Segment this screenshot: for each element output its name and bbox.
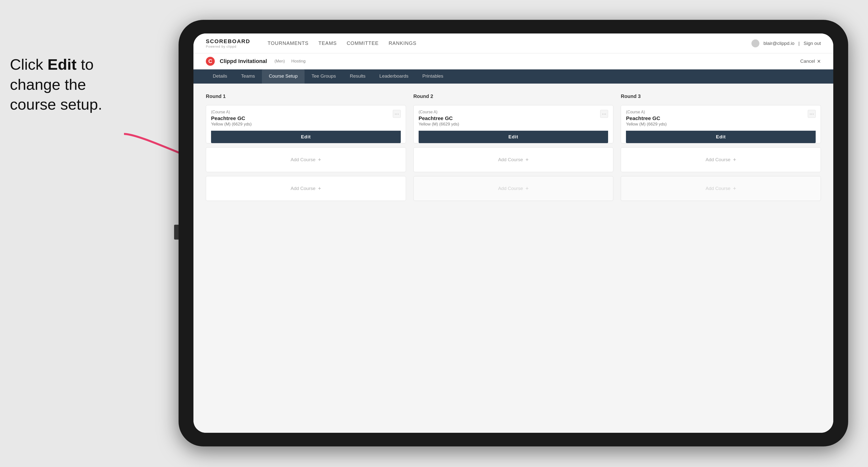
tablet-side-button (174, 225, 179, 240)
plus-icon-6: + (733, 185, 736, 192)
plus-icon-3: + (526, 156, 529, 163)
instruction-block: Click Edit tochange thecourse setup. (0, 44, 144, 125)
round-2-card-header: (Course A) Peachtree GC Yellow (M) (6629… (418, 110, 608, 127)
round-3-course-label: (Course A) (626, 110, 666, 114)
round-1-add-course-2[interactable]: Add Course + (206, 176, 406, 201)
main-content: Round 1 (Course A) Peachtree GC Yellow (… (193, 84, 833, 433)
round-2-course-label: (Course A) (418, 110, 459, 114)
round-2-header: Round 2 (413, 93, 614, 99)
round-1-course-details: Yellow (M) (6629 yds) (211, 122, 252, 127)
tablet-screen: SCOREBOARD Powered by clippd TOURNAMENTS… (193, 33, 833, 433)
round-1-add-course-1[interactable]: Add Course + (206, 147, 406, 172)
delete-icon-2: ⋯ (602, 111, 607, 117)
round-3-course-card: (Course A) Peachtree GC Yellow (M) (6629… (621, 105, 821, 143)
round-1-course-card: (Course A) Peachtree GC Yellow (M) (6629… (206, 105, 406, 143)
delete-icon: ⋯ (395, 111, 399, 117)
round-2-edit-button[interactable]: Edit (418, 131, 608, 143)
logo-area: SCOREBOARD Powered by clippd (206, 38, 250, 49)
round-2-add-course-text-2: Add Course + (498, 185, 528, 192)
round-1-course-info: (Course A) Peachtree GC Yellow (M) (6629… (211, 110, 252, 127)
sign-out-link[interactable]: Sign out (804, 41, 821, 46)
round-2-course-details: Yellow (M) (6629 yds) (418, 122, 459, 127)
round-2-course-card: (Course A) Peachtree GC Yellow (M) (6629… (413, 105, 614, 143)
user-email: blair@clippd.io (763, 41, 794, 46)
round-2-course-info: (Course A) Peachtree GC Yellow (M) (6629… (418, 110, 459, 127)
tournament-status: Hosting (291, 59, 306, 64)
plus-icon-2: + (318, 185, 321, 192)
round-3-course-info: (Course A) Peachtree GC Yellow (M) (6629… (626, 110, 666, 127)
tournament-gender: (Men) (275, 59, 285, 63)
round-1-column: Round 1 (Course A) Peachtree GC Yellow (… (206, 93, 406, 201)
round-3-add-course-1[interactable]: Add Course + (621, 147, 821, 172)
round-3-delete-button[interactable]: ⋯ (808, 110, 816, 118)
nav-separator: | (798, 41, 800, 46)
round-3-column: Round 3 (Course A) Peachtree GC Yellow (… (621, 93, 821, 201)
round-2-delete-button[interactable]: ⋯ (600, 110, 608, 118)
nav-committee[interactable]: COMMITTEE (347, 40, 379, 46)
nav-user-area: blair@clippd.io | Sign out (751, 39, 821, 48)
round-2-column: Round 2 (Course A) Peachtree GC Yellow (… (413, 93, 614, 201)
plus-icon-1: + (318, 156, 321, 163)
tournament-logo: C (206, 57, 215, 66)
round-3-header: Round 3 (621, 93, 821, 99)
round-3-card-header: (Course A) Peachtree GC Yellow (M) (6629… (626, 110, 816, 127)
delete-icon-3: ⋯ (809, 111, 814, 117)
nav-links: TOURNAMENTS TEAMS COMMITTEE RANKINGS (268, 40, 739, 46)
round-3-course-details: Yellow (M) (6629 yds) (626, 122, 666, 127)
cancel-label: Cancel (800, 59, 815, 64)
tab-leaderboards[interactable]: Leaderboards (372, 69, 415, 84)
tab-teams[interactable]: Teams (234, 69, 262, 84)
plus-icon-4: + (526, 185, 529, 192)
round-2-add-course-1[interactable]: Add Course + (413, 147, 614, 172)
round-3-course-name: Peachtree GC (626, 115, 666, 121)
instruction-bold: Edit (48, 56, 76, 73)
round-1-delete-button[interactable]: ⋯ (393, 110, 401, 118)
round-2-add-course-2: Add Course + (413, 176, 614, 201)
round-3-add-course-text-1: Add Course + (706, 156, 736, 163)
round-3-add-course-text-2: Add Course + (706, 185, 736, 192)
tab-printables[interactable]: Printables (415, 69, 451, 84)
nav-teams[interactable]: TEAMS (318, 40, 337, 46)
round-2-course-name: Peachtree GC (418, 115, 459, 121)
tournament-header: C Clippd Invitational (Men) Hosting Canc… (193, 53, 833, 69)
round-1-header: Round 1 (206, 93, 406, 99)
round-2-add-course-text-1: Add Course + (498, 156, 528, 163)
round-1-add-course-text-2: Add Course + (291, 185, 321, 192)
tab-bar: Details Teams Course Setup Tee Groups Re… (193, 69, 833, 84)
cancel-icon: ✕ (817, 59, 821, 64)
round-1-course-name: Peachtree GC (211, 115, 252, 121)
instruction-text: Click Edit tochange thecourse setup. (10, 56, 102, 113)
round-3-edit-button[interactable]: Edit (626, 131, 816, 143)
user-avatar (751, 39, 760, 48)
tab-details[interactable]: Details (206, 69, 234, 84)
nav-rankings[interactable]: RANKINGS (389, 40, 416, 46)
round-1-course-label: (Course A) (211, 110, 252, 114)
logo-text: SCOREBOARD (206, 38, 250, 44)
tablet-frame: SCOREBOARD Powered by clippd TOURNAMENTS… (179, 20, 848, 446)
plus-icon-5: + (733, 156, 736, 163)
round-1-add-course-text-1: Add Course + (291, 156, 321, 163)
nav-tournaments[interactable]: TOURNAMENTS (268, 40, 309, 46)
tournament-name: Clippd Invitational (220, 58, 267, 64)
round-1-card-header: (Course A) Peachtree GC Yellow (M) (6629… (211, 110, 401, 127)
round-3-add-course-2: Add Course + (621, 176, 821, 201)
cancel-button[interactable]: Cancel ✕ (800, 59, 821, 64)
app-container: SCOREBOARD Powered by clippd TOURNAMENTS… (193, 33, 833, 433)
tab-course-setup[interactable]: Course Setup (262, 69, 305, 84)
tab-tee-groups[interactable]: Tee Groups (305, 69, 343, 84)
round-1-edit-button[interactable]: Edit (211, 131, 401, 143)
logo-subtext: Powered by clippd (206, 44, 250, 49)
tab-results[interactable]: Results (343, 69, 372, 84)
rounds-grid: Round 1 (Course A) Peachtree GC Yellow (… (206, 93, 821, 201)
top-navigation: SCOREBOARD Powered by clippd TOURNAMENTS… (193, 33, 833, 53)
